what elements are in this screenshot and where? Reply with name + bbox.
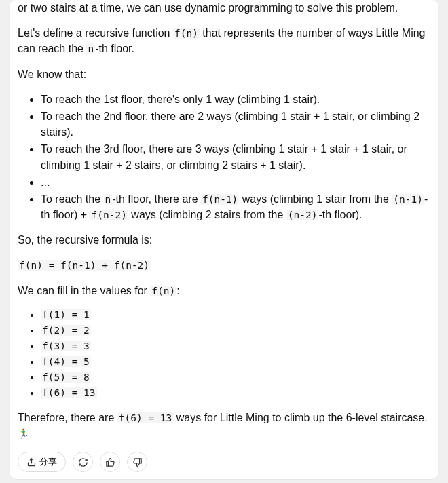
text: -th floor, there are <box>112 193 201 205</box>
code: n <box>104 194 113 205</box>
list-item: f(5) = 8 <box>41 370 430 385</box>
we-know: We know that: <box>18 66 430 82</box>
text: ways (climbing 1 stair from the <box>239 193 392 205</box>
list-item: To reach the 1st floor, there's only 1 w… <box>41 92 430 107</box>
text: -th floor. <box>95 43 134 54</box>
text: ways (climbing 2 stairs from the <box>128 209 286 220</box>
code: (n-2) <box>286 210 319 220</box>
list-item: f(4) = 5 <box>41 355 430 369</box>
so-paragraph: So, the recursive formula is: <box>18 232 430 248</box>
text: : <box>176 285 179 296</box>
code: f(n) <box>150 286 176 296</box>
list-item: f(6) = 13 <box>41 386 430 400</box>
refresh-icon <box>78 457 88 467</box>
text: We can fill in the values for <box>18 285 150 296</box>
list-item: f(1) = 1 <box>41 308 430 322</box>
thumbs-down-icon <box>132 457 143 467</box>
code: f(n-2) <box>90 210 128 220</box>
code: f(n-1) <box>201 194 239 205</box>
text: To reach the <box>41 193 104 205</box>
list-item: To reach the 2nd floor, there are 2 ways… <box>41 109 430 140</box>
text: ways for Little Ming to climb up the 6-l… <box>173 412 427 423</box>
regenerate-button[interactable] <box>73 452 93 472</box>
define-paragraph: Let's define a recursive function f(n) t… <box>18 25 430 56</box>
code: f(2) = 2 <box>41 325 91 336</box>
message-content: or two stairs at a time, we can use dyna… <box>18 0 430 441</box>
code-fn: f(n) <box>173 28 200 39</box>
code-formula: f(n) = f(n-1) + f(n-2) <box>18 260 151 271</box>
code: (n-1) <box>392 194 424 205</box>
list-item: To reach the n-th floor, there are f(n-1… <box>41 191 430 223</box>
code: f(4) = 5 <box>41 356 91 367</box>
fill-paragraph: We can fill in the values for f(n): <box>18 283 430 298</box>
list-item: f(2) = 2 <box>41 324 430 338</box>
text: Therefore, there are <box>18 412 117 423</box>
rules-list: To reach the 1st floor, there's only 1 w… <box>18 92 430 223</box>
list-item: ... <box>41 174 430 190</box>
share-label: 分享 <box>39 456 57 468</box>
code: f(6) = 13 <box>117 412 174 423</box>
code-n: n <box>86 43 95 54</box>
share-button[interactable]: 分享 <box>18 452 66 472</box>
code: f(5) = 8 <box>41 372 91 383</box>
share-icon <box>26 457 37 467</box>
text: Let's define a recursive function <box>18 27 173 39</box>
code: f(1) = 1 <box>41 309 91 320</box>
running-emoji: 🏃‍♂️ <box>18 428 29 439</box>
thumbs-up-button[interactable] <box>100 452 120 472</box>
thumbs-up-icon <box>105 457 115 467</box>
code: f(6) = 13 <box>41 387 97 398</box>
conclusion: Therefore, there are f(6) = 13 ways for … <box>18 410 430 441</box>
intro-fragment: or two stairs at a time, we can use dyna… <box>18 0 430 16</box>
code: f(3) = 3 <box>41 341 91 351</box>
message-card: or two stairs at a time, we can use dyna… <box>10 0 438 479</box>
values-list: f(1) = 1 f(2) = 2 f(3) = 3 f(4) = 5 f(5)… <box>18 308 430 400</box>
list-item: f(3) = 3 <box>41 339 430 353</box>
actions-row: 分享 <box>18 452 430 472</box>
thumbs-down-button[interactable] <box>127 452 147 472</box>
formula: f(n) = f(n-1) + f(n-2) <box>18 257 430 273</box>
list-item: To reach the 3rd floor, there are 3 ways… <box>41 141 430 172</box>
text: -th floor). <box>318 209 362 220</box>
